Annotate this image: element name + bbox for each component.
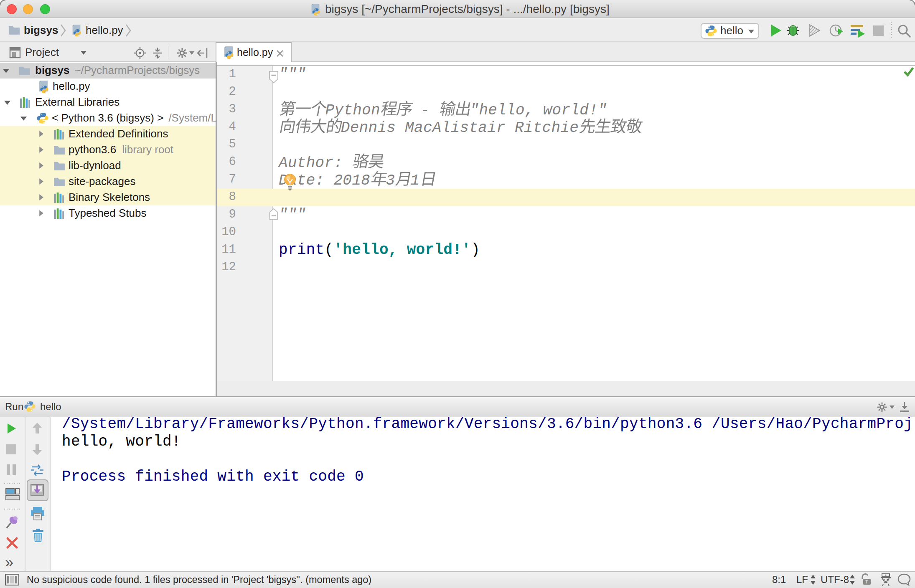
svg-text:Dennis MacAlistair Ritchie: Dennis MacAlistair Ritchie xyxy=(341,119,579,137)
svg-text:1: 1 xyxy=(410,172,419,189)
svg-text:T: T xyxy=(865,579,868,584)
svg-text:3: 3 xyxy=(386,172,395,189)
